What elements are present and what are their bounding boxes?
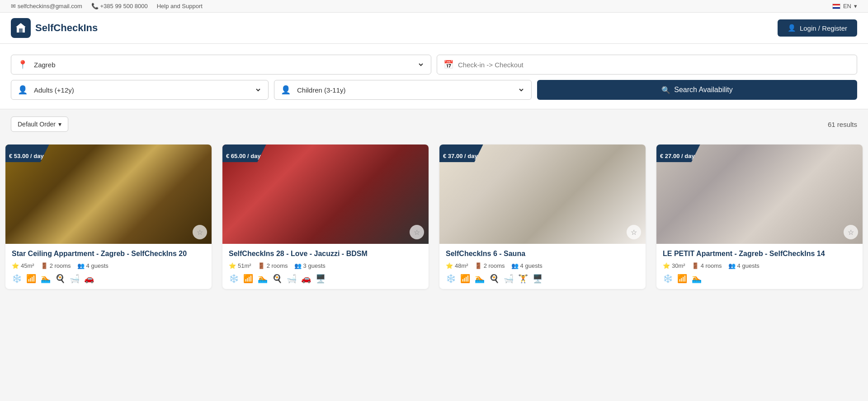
location-select[interactable]: Zagreb	[32, 61, 425, 69]
amenity-wifi: 📶	[243, 274, 253, 284]
children-icon: 👤	[281, 85, 291, 95]
results-count: 61 results	[828, 121, 857, 128]
property-guests-3: 👥 4 guests	[511, 262, 542, 269]
location-icon: 📍	[18, 60, 28, 70]
header: SelfCheckIns 👤 Login / Register	[0, 13, 868, 44]
house-icon	[14, 22, 27, 34]
property-amenities-2: ❄️ 📶 🏊 🍳 🛁 🚗 🖥️	[229, 274, 422, 284]
property-guests-2: 👥 3 guests	[294, 262, 326, 269]
topbar-email: ✉ selfcheckins@gmail.com	[11, 3, 82, 9]
property-info-2: SelfCheckIns 28 - Love - Jacuzzi - BDSM …	[222, 244, 429, 289]
search-row-2: 👤 Adults (+12y) 👤 Children (3-11y) 🔍 Sea…	[11, 80, 857, 100]
search-availability-button[interactable]: 🔍 Search Availability	[537, 80, 857, 100]
location-field[interactable]: 📍 Zagreb	[11, 55, 431, 75]
favorite-button-3[interactable]: ☆	[627, 225, 641, 239]
property-title-1: Star Ceiling Appartment - Zagreb - SelfC…	[12, 249, 205, 259]
favorite-button-4[interactable]: ☆	[844, 225, 858, 239]
adults-select[interactable]: Adults (+12y)	[32, 86, 262, 94]
svg-point-2	[19, 25, 22, 28]
search-row-1: 📍 Zagreb 📅	[11, 55, 857, 75]
amenity-bath: 🛁	[504, 274, 514, 284]
order-label: Default Order	[18, 121, 56, 128]
favorite-button-1[interactable]: ☆	[193, 225, 207, 239]
adults-field[interactable]: 👤 Adults (+12y)	[11, 80, 269, 100]
property-card-2[interactable]: € 65.00 / day ☆ SelfCheckIns 28 - Love -…	[222, 145, 429, 289]
amenity-ac: ❄️	[446, 274, 456, 284]
property-title-4: LE PETIT Apartment - Zagreb - SelfCheckI…	[663, 249, 856, 259]
logo-text: SelfCheckIns	[35, 22, 98, 34]
property-rating-3: ⭐ 48m²	[446, 262, 468, 269]
property-meta-4: ⭐ 30m² 🚪 4 rooms 👥 4 guests	[663, 262, 856, 269]
property-title-3: SelfCheckIns 6 - Sauna	[446, 249, 639, 259]
property-info-1: Star Ceiling Appartment - Zagreb - SelfC…	[5, 244, 212, 289]
amenity-pool: 🏊	[692, 274, 702, 284]
checkin-input[interactable]	[458, 61, 850, 69]
price-label-4: € 27.00 / day	[660, 153, 695, 159]
topbar: ✉ selfcheckins@gmail.com 📞 +385 99 500 8…	[0, 0, 868, 13]
adult-icon: 👤	[18, 85, 28, 95]
property-title-2: SelfCheckIns 28 - Love - Jacuzzi - BDSM	[229, 249, 422, 259]
flag-icon	[832, 4, 840, 9]
chevron-down-icon: ▾	[58, 121, 61, 128]
amenity-pool: 🏊	[475, 274, 485, 284]
property-meta-2: ⭐ 51m² 🚪 2 rooms 👥 3 guests	[229, 262, 422, 269]
checkin-field[interactable]: 📅	[437, 55, 857, 75]
login-label: Login / Register	[800, 24, 847, 32]
children-select[interactable]: Children (3-11y)	[295, 86, 525, 94]
property-rooms-4: 🚪 4 rooms	[692, 262, 722, 269]
logo-icon	[11, 18, 31, 38]
property-meta-3: ⭐ 48m² 🚪 2 rooms 👥 4 guests	[446, 262, 639, 269]
topbar-left: ✉ selfcheckins@gmail.com 📞 +385 99 500 8…	[11, 3, 203, 9]
property-rating-2: ⭐ 51m²	[229, 262, 251, 269]
property-card-3[interactable]: € 37.00 / day ☆ SelfCheckIns 6 - Sauna ⭐…	[439, 145, 646, 289]
property-image-wrap-2: € 65.00 / day ☆	[222, 145, 429, 244]
property-amenities-3: ❄️ 📶 🏊 🍳 🛁 🏋️ 🖥️	[446, 274, 639, 284]
property-card-4[interactable]: € 27.00 / day ☆ LE PETIT Apartment - Zag…	[656, 145, 863, 289]
search-icon: 🔍	[661, 86, 670, 94]
amenity-ac: ❄️	[229, 274, 239, 284]
property-info-3: SelfCheckIns 6 - Sauna ⭐ 48m² 🚪 2 rooms …	[439, 244, 646, 289]
property-guests-4: 👥 4 guests	[728, 262, 760, 269]
amenity-bath: 🛁	[287, 274, 297, 284]
amenity-tv: 🖥️	[316, 274, 326, 284]
topbar-phone: 📞 +385 99 500 8000	[91, 3, 148, 9]
property-amenities-4: ❄️ 📶 🏊	[663, 274, 856, 284]
search-button-label: Search Availability	[674, 86, 733, 94]
favorite-button-2[interactable]: ☆	[410, 225, 424, 239]
property-amenities-1: ❄️ 📶 🏊 🍳 🛁 🚗	[12, 274, 205, 284]
amenity-kitchen: 🍳	[489, 274, 499, 284]
chevron-down-icon: ▾	[854, 3, 857, 9]
amenity-bath: 🛁	[70, 274, 80, 284]
price-label-1: € 53.00 / day	[9, 153, 44, 159]
amenity-gym: 🏋️	[518, 274, 528, 284]
amenity-kitchen: 🍳	[272, 274, 282, 284]
topbar-lang[interactable]: EN ▾	[832, 3, 857, 9]
logo[interactable]: SelfCheckIns	[11, 18, 98, 38]
children-field[interactable]: 👤 Children (3-11y)	[274, 80, 532, 100]
property-image-wrap-3: € 37.00 / day ☆	[439, 145, 646, 244]
search-area: 📍 Zagreb 📅 👤 Adults (+12y) 👤 Children (3…	[0, 44, 868, 109]
lang-label: EN	[843, 3, 851, 9]
property-rating-1: ⭐ 45m²	[12, 262, 34, 269]
amenity-wifi: 📶	[460, 274, 470, 284]
amenity-tv: 🖥️	[533, 274, 542, 284]
amenity-wifi: 📶	[26, 274, 36, 284]
user-icon: 👤	[788, 24, 796, 32]
calendar-icon: 📅	[443, 60, 453, 70]
property-rating-4: ⭐ 30m²	[663, 262, 685, 269]
login-register-button[interactable]: 👤 Login / Register	[778, 19, 857, 37]
property-rooms-3: 🚪 2 rooms	[475, 262, 505, 269]
amenity-ac: ❄️	[663, 274, 673, 284]
help-support-link[interactable]: Help and Support	[157, 3, 203, 9]
property-card-1[interactable]: € 53.00 / day ☆ Star Ceiling Appartment …	[5, 145, 212, 289]
amenity-parking: 🚗	[301, 274, 311, 284]
amenity-parking: 🚗	[84, 274, 94, 284]
property-meta-1: ⭐ 45m² 🚪 2 rooms 👥 4 guests	[12, 262, 205, 269]
property-image-wrap-4: € 27.00 / day ☆	[656, 145, 863, 244]
order-dropdown[interactable]: Default Order ▾	[11, 117, 68, 132]
results-bar: Default Order ▾ 61 results	[0, 109, 868, 139]
property-rooms-2: 🚪 2 rooms	[258, 262, 288, 269]
svg-rect-1	[19, 28, 23, 33]
price-label-2: € 65.00 / day	[226, 153, 261, 159]
property-grid: € 53.00 / day ☆ Star Ceiling Appartment …	[0, 139, 868, 305]
